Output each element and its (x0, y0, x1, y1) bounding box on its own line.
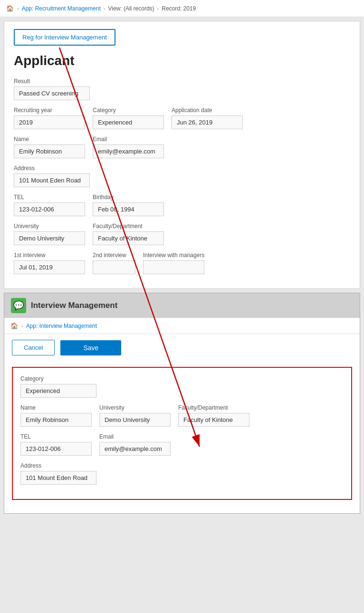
int-address-value: 101 Mount Eden Road (20, 471, 96, 485)
interview1-col: 1st interview Jul 01, 2019 (14, 252, 85, 274)
int-university-label: University (99, 404, 171, 411)
recruiting-year-label: Recruiting year (14, 107, 85, 114)
address-label: Address (14, 165, 350, 172)
int-name-label: Name (20, 404, 92, 411)
name-label: Name (14, 136, 85, 143)
application-date-label: Application date (172, 107, 243, 114)
result-value: Passed CV screening (14, 86, 90, 100)
int-category-value: Experienced (20, 384, 96, 398)
address-group: Address 101 Mount Eden Road (14, 165, 350, 187)
int-university-col: University Demo University (99, 404, 171, 427)
nav-app-link[interactable]: App: Recruitment Management (22, 5, 101, 12)
interview2-value (93, 260, 135, 274)
email-label: Email (93, 136, 164, 143)
int-email-label: Email (99, 433, 171, 440)
reg-for-interview-button[interactable]: Reg for Interview Management (14, 29, 115, 46)
interview-app-link[interactable]: App: Interview Management (26, 323, 97, 329)
int-faculty-col: Faculty/Department Faculty of Kintone (178, 404, 249, 427)
int-university-value: Demo University (99, 413, 171, 427)
cancel-button[interactable]: Cancel (12, 340, 55, 355)
int-address-group: Address 101 Mount Eden Road (20, 462, 344, 485)
int-category-label: Category (20, 375, 344, 382)
faculty-col: Faculty/Department Faculty of Kintone (93, 223, 164, 245)
int-tel-col: TEL 123-012-006 (20, 433, 92, 456)
interview1-value: Jul 01, 2019 (14, 260, 85, 274)
int-name-value: Emily Robinson (20, 413, 92, 427)
save-button[interactable]: Save (60, 340, 121, 355)
interview-chat-icon: 💬 (11, 298, 26, 313)
row-university-faculty: University Demo University Faculty/Depar… (14, 223, 350, 245)
application-date-col: Application date Jun 26, 2019 (172, 107, 243, 129)
interview2-label: 2nd interview (93, 252, 135, 259)
address-value: 101 Mount Eden Road (14, 173, 90, 187)
row-name-email: Name Emily Robinson Email emily@example.… (14, 136, 350, 158)
category-col: Category Experienced (93, 107, 164, 129)
recruiting-year-value: 2019 (14, 115, 85, 129)
interview-management-panel: 💬 Interview Management 🏠 › App: Intervie… (4, 293, 360, 514)
faculty-value: Faculty of Kintone (93, 231, 164, 245)
application-date-value: Jun 26, 2019 (172, 115, 243, 129)
interview-managers-value (143, 260, 204, 274)
interview-home-icon[interactable]: 🏠 (10, 322, 19, 330)
university-col: University Demo University (14, 223, 85, 245)
recruiting-year-col: Recruiting year 2019 (14, 107, 85, 129)
email-value: emily@example.com (93, 144, 164, 158)
home-icon[interactable]: 🏠 (6, 4, 14, 13)
int-category-group: Category Experienced (20, 375, 344, 398)
interview-nav: 🏠 › App: Interview Management (4, 318, 360, 334)
interview1-label: 1st interview (14, 252, 85, 259)
tel-value: 123-012-006 (14, 202, 85, 216)
faculty-label: Faculty/Department (93, 223, 164, 230)
university-label: University (14, 223, 85, 230)
button-area: Reg for Interview Management (14, 29, 350, 46)
interview-header: 💬 Interview Management (4, 293, 360, 318)
action-bar: Cancel Save (4, 334, 360, 361)
category-label: Category (93, 107, 164, 114)
birthday-col: Birthday Feb 08, 1994 (93, 194, 164, 216)
result-label: Result (14, 78, 350, 85)
int-row-name-uni-faculty: Name Emily Robinson University Demo Univ… (20, 404, 344, 427)
email-col: Email emily@example.com (93, 136, 164, 158)
applicant-section: Reg for Interview Management Applicant R… (4, 21, 360, 289)
row-tel-birthday: TEL 123-012-006 Birthday Feb 08, 1994 (14, 194, 350, 216)
int-faculty-label: Faculty/Department (178, 404, 249, 411)
int-tel-value: 123-012-006 (20, 442, 92, 456)
birthday-label: Birthday (93, 194, 164, 201)
university-value: Demo University (14, 231, 85, 245)
name-value: Emily Robinson (14, 144, 85, 158)
nav-record: Record: 2019 (162, 5, 196, 12)
birthday-value: Feb 08, 1994 (93, 202, 164, 216)
int-email-col: Email emily@example.com (99, 433, 171, 456)
int-address-label: Address (20, 462, 344, 469)
nav-view: View: (All records) (108, 5, 154, 12)
category-value: Experienced (93, 115, 164, 129)
int-tel-label: TEL (20, 433, 92, 440)
interview-form: Category Experienced Name Emily Robinson… (12, 367, 352, 500)
interview-panel-title: Interview Management (31, 301, 117, 310)
name-col: Name Emily Robinson (14, 136, 85, 158)
int-row-tel-email: TEL 123-012-006 Email emily@example.com (20, 433, 344, 456)
interview2-col: 2nd interview (93, 252, 135, 274)
tel-col: TEL 123-012-006 (14, 194, 85, 216)
result-group: Result Passed CV screening (14, 78, 350, 100)
interview-managers-label: Interview with managers (143, 252, 204, 259)
int-name-col: Name Emily Robinson (20, 404, 92, 427)
interview-managers-col: Interview with managers (143, 252, 204, 274)
tel-label: TEL (14, 194, 85, 201)
int-faculty-value: Faculty of Kintone (178, 413, 249, 427)
row-interviews: 1st interview Jul 01, 2019 2nd interview… (14, 252, 350, 274)
top-nav: 🏠 › App: Recruitment Management › View: … (0, 0, 364, 17)
row-recruiting: Recruiting year 2019 Category Experience… (14, 107, 350, 129)
page-title: Applicant (14, 53, 350, 68)
int-email-value: emily@example.com (99, 442, 171, 456)
